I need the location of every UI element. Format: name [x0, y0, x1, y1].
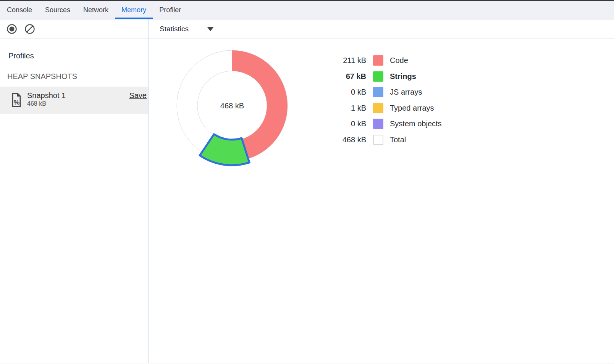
legend-label: Strings — [390, 72, 416, 81]
snapshot-list-item[interactable]: % Snapshot 1 468 kB Save — [0, 87, 148, 114]
legend-row-strings[interactable]: 67 kB Strings — [322, 69, 442, 85]
legend-value: 0 kB — [322, 88, 366, 97]
legend-value: 0 kB — [322, 119, 366, 128]
legend-swatch-typed-arrays — [373, 103, 383, 113]
tab-sources[interactable]: Sources — [39, 1, 77, 19]
legend-swatch-system-objects — [373, 119, 383, 129]
devtools-tab-bar: Console Sources Network Memory Profiler — [0, 1, 614, 19]
legend-swatch-code — [373, 55, 383, 66]
profiles-title: Profiles — [8, 52, 148, 60]
heap-snapshot-document-icon: % — [11, 92, 22, 108]
view-toolbar: Statistics — [149, 19, 614, 39]
tab-memory[interactable]: Memory — [115, 1, 153, 19]
legend-swatch-strings — [373, 71, 383, 82]
memory-toolbar: Statistics — [0, 19, 614, 39]
tab-network[interactable]: Network — [77, 1, 115, 19]
chart-legend: 211 kB Code 67 kB Strings 0 kB JS arrays… — [322, 53, 442, 148]
legend-row-typed-arrays[interactable]: 1 kB Typed arrays — [322, 100, 442, 116]
legend-value: 67 kB — [322, 72, 366, 81]
legend-row-code[interactable]: 211 kB Code — [322, 53, 442, 69]
chevron-down-icon — [207, 27, 214, 31]
perspective-select[interactable]: Statistics — [160, 25, 214, 33]
legend-row-js-arrays[interactable]: 0 kB JS arrays — [322, 84, 442, 100]
legend-label: Code — [390, 56, 408, 65]
tab-profiler[interactable]: Profiler — [153, 1, 187, 19]
legend-label: JS arrays — [390, 88, 422, 97]
tab-console[interactable]: Console — [0, 1, 39, 19]
save-snapshot-link[interactable]: Save — [129, 91, 147, 100]
profiles-toolbar — [0, 19, 149, 39]
legend-swatch-total — [373, 135, 383, 145]
legend-value: 1 kB — [322, 104, 366, 113]
svg-text:%: % — [14, 99, 19, 106]
legend-value: 468 kB — [322, 135, 366, 144]
profiles-sidebar: Profiles HEAP SNAPSHOTS % Snapshot 1 468… — [0, 39, 149, 363]
donut-total-label: 468 kB — [220, 101, 244, 110]
statistics-view: 468 kB 211 kB Code 67 kB Strings 0 kB JS… — [149, 39, 614, 363]
perspective-select-value: Statistics — [160, 25, 189, 33]
memory-panel-content: Profiles HEAP SNAPSHOTS % Snapshot 1 468… — [0, 39, 614, 363]
legend-label: Total — [390, 135, 406, 144]
clear-icon[interactable] — [24, 24, 35, 34]
legend-row-total[interactable]: 468 kB Total — [322, 132, 442, 148]
legend-label: Typed arrays — [390, 104, 434, 113]
legend-swatch-js-arrays — [373, 87, 383, 97]
snapshot-size: 468 kB — [27, 100, 46, 107]
snapshot-name: Snapshot 1 — [27, 91, 66, 100]
legend-label: System objects — [390, 119, 442, 128]
legend-row-system-objects[interactable]: 0 kB System objects — [322, 116, 442, 132]
record-icon[interactable] — [6, 24, 17, 34]
legend-value: 211 kB — [322, 56, 366, 65]
heap-snapshots-section-title: HEAP SNAPSHOTS — [7, 72, 148, 81]
